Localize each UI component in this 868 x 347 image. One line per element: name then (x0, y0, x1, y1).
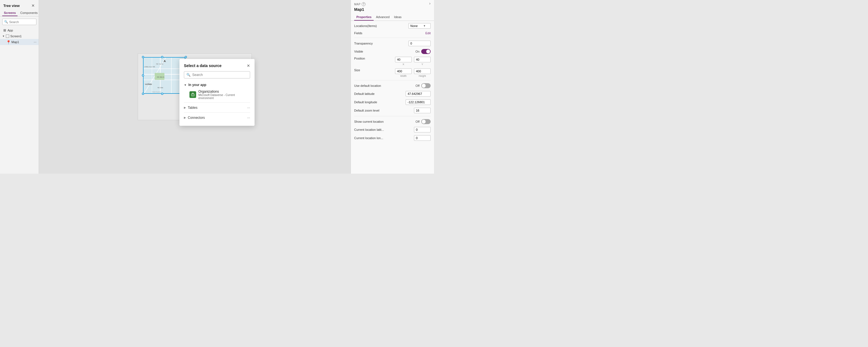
default-latitude-input[interactable] (406, 91, 431, 97)
size-height-input[interactable] (414, 68, 431, 74)
tab-advanced[interactable]: Advanced (374, 14, 392, 21)
section-chevron-icon: ▼ (184, 84, 187, 87)
in-your-app-label: In your app (188, 83, 207, 87)
map-name: Map1 (354, 7, 431, 12)
current-location-lon-input[interactable] (414, 135, 431, 141)
locations-items-label: Locations(Items) (354, 24, 377, 28)
transparency-input[interactable] (408, 41, 431, 46)
position-x-pair: X (395, 57, 412, 66)
organizations-name: Organizations (198, 90, 250, 94)
modal-close-button[interactable]: ✕ (247, 63, 250, 68)
modal-divider-1 (184, 102, 250, 103)
position-x-input[interactable] (395, 57, 412, 62)
locations-items-dropdown[interactable]: None ▼ (408, 23, 431, 29)
right-panel-header: MAP ? › Map1 (351, 0, 434, 14)
position-y-pair: Y (414, 57, 431, 66)
prop-show-current-location: Show current location Off (354, 119, 431, 124)
close-panel-button[interactable]: ✕ (31, 3, 35, 8)
help-icon[interactable]: ? (362, 2, 366, 6)
size-height-label: Height (419, 74, 426, 77)
current-location-lat-label: Current location latit... (354, 128, 384, 131)
modal-search-box: 🔍 (184, 71, 250, 78)
connectors-more-icon[interactable]: ··· (247, 116, 250, 120)
in-your-app-section[interactable]: ▼ In your app (184, 82, 250, 88)
size-width-label: Width (400, 74, 406, 77)
map-tag-row: MAP ? › (354, 2, 431, 6)
connectors-section-left: ▶ Connectors (184, 116, 205, 120)
default-zoom-input[interactable] (414, 108, 431, 113)
visible-toggle-container: On (415, 49, 431, 54)
organizations-text: Organizations Microsoft Dataverse - Curr… (198, 90, 250, 100)
app-label: App (7, 29, 13, 32)
prop-divider-2 (354, 80, 431, 81)
more-options-icon[interactable]: ··· (34, 40, 36, 44)
modal-overlay: Select a data source ✕ 🔍 ▼ In your app (39, 0, 350, 174)
modal-title: Select a data source (184, 63, 221, 68)
prop-locations-items: Locations(Items) None ▼ (354, 23, 431, 29)
connectors-label: Connectors (188, 116, 205, 120)
panel-title: Tree view (3, 4, 20, 8)
tree-item-map[interactable]: 📍 Map1 ··· (0, 39, 39, 45)
map-item-label: Map1 (11, 40, 32, 44)
app-icon: ⊞ (3, 28, 6, 32)
props-tabs: Properties Advanced Ideas (351, 14, 434, 21)
prop-visible: Visible On (354, 49, 431, 54)
prop-current-location-lon: Current location lon... (354, 135, 431, 141)
default-zoom-label: Default zoom level (354, 109, 379, 112)
tree-item-screen1[interactable]: ▼ Screen1 (0, 33, 39, 39)
connectors-section[interactable]: ▶ Connectors ··· (184, 114, 250, 121)
current-location-lat-input[interactable] (414, 127, 431, 132)
size-label: Size (354, 68, 360, 72)
modal-search-input[interactable] (192, 73, 248, 77)
visible-toggle[interactable] (421, 49, 431, 54)
size-width-input[interactable] (395, 68, 412, 74)
position-x-label: X (403, 63, 404, 66)
tables-chevron-icon: ▶ (184, 106, 186, 109)
size-inputs: Width Height (395, 68, 431, 77)
tab-components[interactable]: Components (19, 10, 39, 16)
prop-default-latitude: Default latitude (354, 91, 431, 97)
visible-label: Visible (354, 50, 363, 53)
prop-size: Size Width Height (354, 68, 431, 77)
visible-toggle-on-label: On (415, 50, 420, 53)
prop-divider-3 (354, 116, 431, 116)
prop-default-longitude: Default longitude (354, 99, 431, 105)
tables-label: Tables (188, 106, 197, 109)
locations-items-value: None (410, 24, 417, 28)
prop-use-default-location: Use default location Off (354, 83, 431, 88)
toggle-knob (426, 50, 430, 54)
default-latitude-label: Default latitude (354, 92, 374, 95)
map-tree-icon: 📍 (6, 40, 10, 44)
show-current-knob (422, 120, 426, 124)
use-default-location-toggle[interactable] (421, 83, 431, 88)
current-location-lon-label: Current location lon... (354, 136, 383, 140)
tab-screens[interactable]: Screens (2, 10, 18, 16)
tree-search-input[interactable] (9, 20, 34, 24)
position-label: Position (354, 57, 365, 60)
tree-search-box: 🔍 (2, 19, 36, 25)
tab-ideas[interactable]: Ideas (392, 14, 404, 21)
screen1-label: Screen1 (10, 34, 22, 38)
expand-arrow-icon[interactable]: › (429, 1, 431, 6)
properties-panel: MAP ? › Map1 Properties Advanced Ideas L… (350, 0, 434, 174)
tree-item-app[interactable]: ⊞ App (0, 27, 39, 33)
default-longitude-label: Default longitude (354, 100, 377, 104)
show-current-location-toggle[interactable] (421, 119, 431, 124)
tab-properties[interactable]: Properties (354, 14, 374, 21)
size-height-pair: Height (414, 68, 431, 77)
position-y-label: Y (422, 63, 423, 66)
organizations-icon (189, 91, 196, 98)
prop-transparency: Transparency (354, 41, 431, 46)
connectors-chevron-icon: ▶ (184, 116, 186, 119)
screen-icon (6, 34, 9, 38)
tables-section[interactable]: ▶ Tables ··· (184, 104, 250, 111)
organizations-item[interactable]: Organizations Microsoft Dataverse - Curr… (184, 88, 250, 101)
prop-default-zoom-level: Default zoom level (354, 108, 431, 113)
position-y-input[interactable] (414, 57, 431, 62)
tree-view-panel: Tree view ✕ Screens Components 🔍 ⊞ App ▼… (0, 0, 39, 174)
search-icon: 🔍 (4, 20, 8, 24)
fields-edit-link[interactable]: Edit (425, 31, 431, 35)
default-longitude-input[interactable] (406, 99, 431, 105)
tables-more-icon[interactable]: ··· (247, 105, 250, 109)
fields-label: Fields (354, 31, 362, 35)
